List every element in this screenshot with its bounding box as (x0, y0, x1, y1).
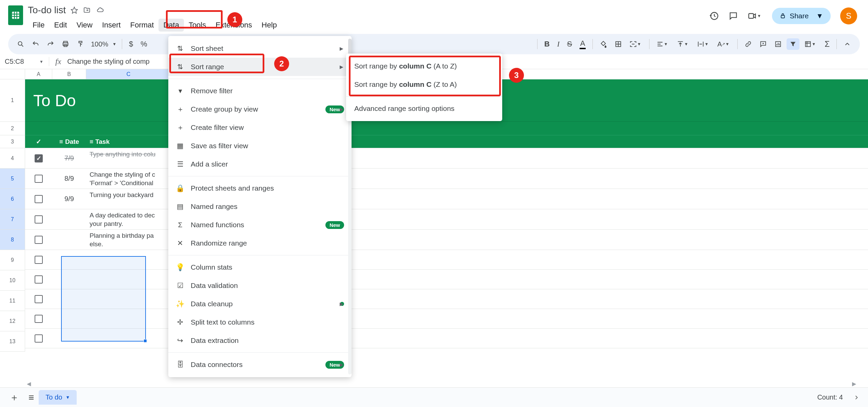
checkbox[interactable] (35, 295, 43, 303)
table-row[interactable]: A day dedicated to dec your pantry. (25, 209, 868, 230)
formula-input[interactable]: Change the styling of comp (67, 58, 149, 65)
task-cell[interactable]: Turning your backyard (86, 189, 171, 209)
row-header[interactable]: 8 (0, 230, 25, 250)
checkbox[interactable] (35, 315, 43, 323)
paint-format-icon[interactable] (74, 38, 87, 50)
row-header[interactable]: 11 (0, 291, 25, 311)
date-cell[interactable]: 9/9 (52, 189, 86, 209)
table-row[interactable] (25, 289, 868, 309)
table-row[interactable] (25, 329, 868, 348)
filter-views-icon[interactable]: ▼ (801, 38, 820, 50)
star-icon[interactable] (71, 6, 78, 14)
zoom-select[interactable]: 100% (89, 40, 110, 48)
mi-create-filter-view[interactable]: ＋Create filter view (168, 118, 352, 137)
fill-color-icon[interactable] (597, 38, 610, 50)
row-header[interactable]: 2 (0, 122, 25, 135)
mi-data-cleanup[interactable]: ✨Data cleanup▶ (168, 295, 352, 313)
rotate-icon[interactable]: A↗▼ (715, 38, 733, 50)
date-cell[interactable]: 8/9 (52, 169, 86, 189)
col-header-a[interactable]: A (25, 69, 52, 79)
document-title[interactable]: To-do list (28, 5, 66, 16)
mi-remove-filter[interactable]: ▾Remove filter (168, 82, 352, 100)
mi-create-group[interactable]: ＋Create group by viewNew▶ (168, 100, 352, 118)
link-icon[interactable] (742, 38, 755, 50)
date-cell[interactable] (52, 230, 86, 250)
menu-file[interactable]: File (28, 19, 49, 32)
task-cell[interactable]: Change the styling of c 'Format' > 'Cond… (86, 169, 171, 189)
menu-view[interactable]: View (72, 19, 97, 32)
smi-sort-az[interactable]: Sort range by column C (A to Z) (346, 57, 502, 75)
merge-icon[interactable]: ▼ (627, 38, 645, 50)
wrap-icon[interactable]: ▼ (694, 38, 713, 50)
checkbox[interactable] (35, 275, 43, 284)
row-header[interactable]: 12 (0, 311, 25, 331)
task-cell[interactable]: Type anything into colu (86, 148, 171, 168)
scroll-right-icon[interactable]: ▶ (850, 381, 858, 387)
mi-randomize[interactable]: ✕Randomize range (168, 234, 352, 252)
bold-icon[interactable]: B (542, 38, 552, 51)
select-all-corner[interactable] (0, 69, 25, 79)
borders-icon[interactable] (612, 38, 625, 50)
add-sheet-button[interactable]: ＋ (5, 388, 24, 407)
chevron-down-icon[interactable]: ▼ (65, 395, 70, 400)
checkbox[interactable] (35, 175, 43, 183)
checkbox[interactable] (35, 236, 43, 244)
text-color-icon[interactable]: A (577, 37, 589, 51)
col-header-c[interactable]: C (86, 69, 171, 79)
mi-named-functions[interactable]: ΣNamed functionsNew (168, 216, 352, 234)
redo-icon[interactable] (44, 38, 57, 50)
row-header[interactable]: 5 (0, 169, 25, 189)
smi-sort-za[interactable]: Sort range by column C (Z to A) (346, 75, 502, 94)
side-panel-toggle-icon[interactable] (850, 394, 863, 401)
mi-column-stats[interactable]: 💡Column stats (168, 258, 352, 276)
table-row[interactable]: Planning a birthday pa else. (25, 230, 868, 250)
menu-insert[interactable]: Insert (97, 19, 126, 32)
menu-edit[interactable]: Edit (49, 19, 72, 32)
date-cell[interactable] (52, 209, 86, 229)
scroll-left-icon[interactable]: ◀ (25, 381, 33, 387)
horizontal-scrollbar[interactable]: ◀ ▶ (25, 380, 858, 387)
filter-icon[interactable]: ≡ (90, 138, 93, 146)
row-header[interactable]: 9 (0, 250, 25, 270)
mi-data-extraction[interactable]: ↪Data extraction (168, 331, 352, 350)
mi-save-filter-view[interactable]: ▦Save as filter view (168, 137, 352, 155)
mi-sort-range[interactable]: ⇅Sort range▶ (168, 58, 352, 76)
row-header[interactable]: 13 (0, 331, 25, 352)
mi-named-ranges[interactable]: ▤Named ranges (168, 197, 352, 216)
filter-icon[interactable]: ≡ (59, 138, 63, 146)
search-menus-icon[interactable] (14, 38, 27, 50)
menu-tools[interactable]: Tools (184, 19, 211, 32)
table-row[interactable]: 8/9 Change the styling of c 'Format' > '… (25, 169, 868, 189)
row-header[interactable]: 4 (0, 148, 25, 169)
row-header[interactable]: 1 (0, 79, 25, 122)
comments-icon[interactable] (729, 11, 738, 21)
undo-icon[interactable] (29, 38, 42, 50)
date-cell[interactable]: 7/9 (52, 148, 86, 168)
chart-icon[interactable] (772, 38, 785, 50)
v-align-icon[interactable]: ▼ (674, 38, 692, 50)
row-header[interactable]: 7 (0, 209, 25, 230)
mi-sort-sheet[interactable]: ⇅Sort sheet▶ (168, 39, 352, 58)
mi-data-validation[interactable]: ☑Data validation (168, 276, 352, 295)
mi-protect[interactable]: 🔒Protect sheets and ranges (168, 179, 352, 197)
print-icon[interactable] (59, 38, 72, 50)
mi-split-text[interactable]: ✢Split text to columns (168, 313, 352, 331)
cloud-status-icon[interactable] (96, 6, 105, 14)
row-header[interactable]: 3 (0, 135, 25, 148)
col-header-b[interactable]: B (52, 69, 86, 79)
mi-data-connectors[interactable]: 🗄Data connectorsNew▶ (168, 355, 352, 374)
mi-add-slicer[interactable]: ☰Add a slicer (168, 155, 352, 173)
table-row[interactable] (25, 270, 868, 289)
move-icon[interactable] (83, 6, 91, 14)
sheets-logo-icon[interactable] (8, 5, 23, 25)
smi-advanced-sort[interactable]: Advanced range sorting options (346, 99, 502, 118)
checkbox[interactable] (35, 195, 43, 203)
selection-count[interactable]: Count: 4 (817, 393, 850, 401)
percent-button[interactable]: % (138, 38, 150, 51)
checkbox[interactable] (35, 256, 43, 264)
table-row[interactable]: 7/9 Type anything into colu (25, 148, 868, 169)
share-button[interactable]: Share ▼ (772, 8, 831, 24)
history-icon[interactable] (710, 11, 719, 21)
filter-icon[interactable] (787, 38, 799, 50)
currency-button[interactable]: $ (126, 38, 136, 51)
